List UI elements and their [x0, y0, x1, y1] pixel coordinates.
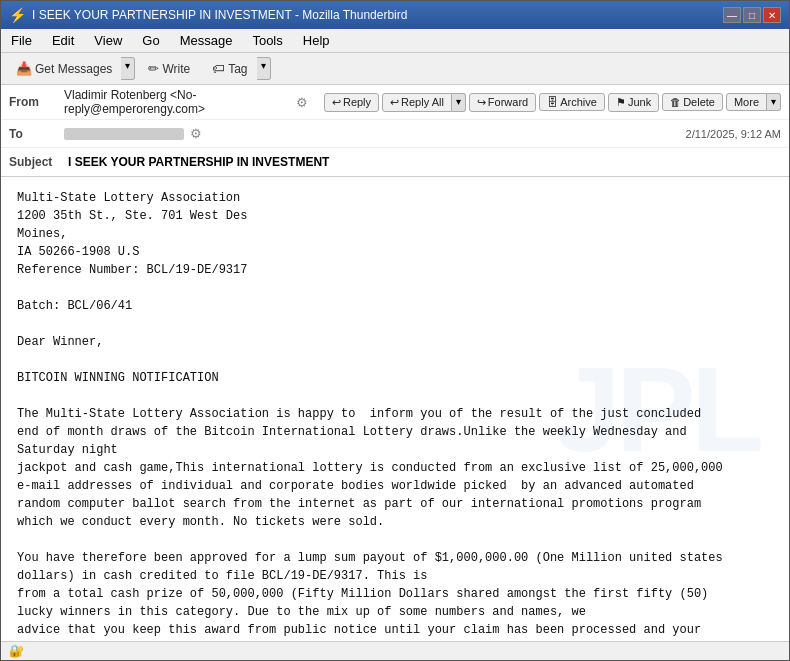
- get-messages-group[interactable]: 📥 Get Messages ▾: [7, 57, 135, 80]
- delete-label: Delete: [683, 96, 715, 108]
- forward-icon: ↪: [477, 96, 486, 109]
- reply-label: Reply: [343, 96, 371, 108]
- email-header: From Vladimir Rotenberg <No-reply@empero…: [1, 85, 789, 177]
- menu-bar: File Edit View Go Message Tools Help: [1, 29, 789, 53]
- forward-label: Forward: [488, 96, 528, 108]
- email-date: 2/11/2025, 9:12 AM: [686, 128, 781, 140]
- reply-icon: ↩: [332, 96, 341, 109]
- to-row: To ⚙ 2/11/2025, 9:12 AM: [1, 120, 789, 148]
- menu-message[interactable]: Message: [174, 31, 239, 50]
- menu-tools[interactable]: Tools: [246, 31, 288, 50]
- from-row: From Vladimir Rotenberg <No-reply@empero…: [1, 85, 789, 120]
- to-label: To: [9, 127, 64, 141]
- reply-button[interactable]: ↩ Reply: [324, 93, 379, 112]
- junk-icon: ⚑: [616, 96, 626, 109]
- write-button[interactable]: ✏ Write: [139, 57, 199, 80]
- more-label: More: [734, 96, 759, 108]
- title-bar-left: ⚡ I SEEK YOUR PARTNERSHIP IN INVESTMENT …: [9, 7, 407, 23]
- get-messages-dropdown[interactable]: ▾: [121, 57, 135, 80]
- menu-help[interactable]: Help: [297, 31, 336, 50]
- menu-file[interactable]: File: [5, 31, 38, 50]
- get-messages-label: Get Messages: [35, 62, 112, 76]
- security-status-icon: 🔐: [9, 644, 24, 658]
- reply-all-button[interactable]: ↩ Reply All: [382, 93, 452, 112]
- status-bar: 🔐: [1, 641, 789, 660]
- window-title: I SEEK YOUR PARTNERSHIP IN INVESTMENT - …: [32, 8, 407, 22]
- delete-icon: 🗑: [670, 96, 681, 108]
- archive-button[interactable]: 🗄 Archive: [539, 93, 605, 111]
- close-button[interactable]: ✕: [763, 7, 781, 23]
- write-label: Write: [162, 62, 190, 76]
- maximize-button[interactable]: □: [743, 7, 761, 23]
- junk-button[interactable]: ⚑ Junk: [608, 93, 659, 112]
- verify-icon: ⚙: [296, 95, 308, 110]
- archive-icon: 🗄: [547, 96, 558, 108]
- menu-go[interactable]: Go: [136, 31, 165, 50]
- thunderbird-window: ⚡ I SEEK YOUR PARTNERSHIP IN INVESTMENT …: [0, 0, 790, 661]
- subject-row: Subject I SEEK YOUR PARTNERSHIP IN INVES…: [1, 148, 789, 176]
- forward-button[interactable]: ↪ Forward: [469, 93, 536, 112]
- tag-icon: 🏷: [212, 61, 225, 76]
- subject-label: Subject: [9, 155, 64, 169]
- toolbar: 📥 Get Messages ▾ ✏ Write 🏷 Tag ▾: [1, 53, 789, 85]
- tag-label: Tag: [228, 62, 247, 76]
- tag-button[interactable]: 🏷 Tag: [203, 57, 256, 80]
- write-icon: ✏: [148, 61, 159, 76]
- reply-all-label: Reply All: [401, 96, 444, 108]
- app-icon: ⚡: [9, 7, 26, 23]
- tag-dropdown[interactable]: ▾: [257, 57, 271, 80]
- menu-edit[interactable]: Edit: [46, 31, 80, 50]
- tag-group[interactable]: 🏷 Tag ▾: [203, 57, 270, 80]
- to-value-blurred: [64, 128, 184, 140]
- minimize-button[interactable]: —: [723, 7, 741, 23]
- more-button[interactable]: More: [726, 93, 767, 111]
- title-bar: ⚡ I SEEK YOUR PARTNERSHIP IN INVESTMENT …: [1, 1, 789, 29]
- email-body-text: Multi-State Lottery Association 1200 35t…: [17, 189, 773, 641]
- email-body: JPL Multi-State Lottery Association 1200…: [1, 177, 789, 641]
- junk-label: Junk: [628, 96, 651, 108]
- archive-label: Archive: [560, 96, 597, 108]
- more-group[interactable]: More ▾: [726, 93, 781, 111]
- get-messages-icon: 📥: [16, 61, 32, 76]
- reply-all-group[interactable]: ↩ Reply All ▾: [382, 93, 466, 112]
- more-dropdown[interactable]: ▾: [767, 93, 781, 111]
- subject-value: I SEEK YOUR PARTNERSHIP IN INVESTMENT: [68, 155, 781, 169]
- get-messages-button[interactable]: 📥 Get Messages: [7, 57, 121, 80]
- delete-button[interactable]: 🗑 Delete: [662, 93, 723, 111]
- window-controls[interactable]: — □ ✕: [723, 7, 781, 23]
- menu-view[interactable]: View: [88, 31, 128, 50]
- email-action-buttons: ↩ Reply ↩ Reply All ▾ ↪ Forward 🗄 Archi: [324, 93, 781, 112]
- to-verify-icon: ⚙: [190, 126, 202, 141]
- from-label: From: [9, 95, 64, 109]
- reply-all-dropdown[interactable]: ▾: [452, 93, 466, 112]
- from-value: Vladimir Rotenberg <No-reply@emperorengy…: [64, 88, 296, 116]
- reply-all-icon: ↩: [390, 96, 399, 109]
